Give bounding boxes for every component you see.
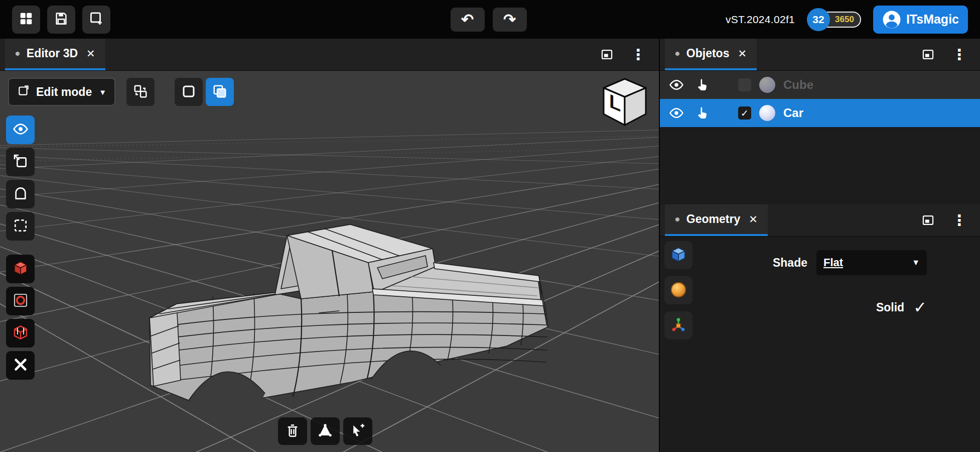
touch-hand-icon[interactable] [695,105,710,121]
side-panels: • Objetos ✕ ⋮ [659,39,980,452]
edit-mode-dropdown[interactable]: Edit mode ▼ [8,78,115,106]
tab-editor-3d[interactable]: • Editor 3D ✕ [5,39,105,70]
shade-label: Shade [773,256,807,270]
shade-dropdown[interactable]: Flat ▼ [816,250,927,275]
editor-tab-label: Editor 3D [27,47,78,60]
close-tab-icon[interactable]: ✕ [749,213,758,225]
topbar-right: vST.2024.02f1 3650 32 ITsMagic [726,6,968,34]
level-badge: 32 [807,8,830,31]
geometry-tabbar: • Geometry ✕ ⋮ [660,204,980,237]
edit-mode-arrow-icon: ▼ [99,88,106,96]
edit-mode-label: Edit mode [36,85,92,99]
material-section-button[interactable] [664,276,692,304]
redo-button[interactable]: ↷ [492,8,526,32]
layers-stack-icon [212,84,227,100]
shade-value: Flat [823,256,843,269]
delete-vertex-button[interactable] [6,319,35,348]
single-layer-button[interactable] [175,78,203,106]
delete-selection-button[interactable] [278,417,307,445]
close-tab-icon[interactable]: ✕ [738,48,747,60]
corner-select-icon [13,153,29,171]
popout-panel-icon[interactable] [600,48,614,61]
kebab-menu-icon[interactable]: ⋮ [631,47,646,62]
object-checkbox[interactable] [738,78,751,91]
orange-sphere-icon [669,281,687,300]
selection-tools [278,417,372,445]
objects-tabbar: • Objetos ✕ ⋮ [660,39,980,71]
objects-tab-label: Objetos [686,47,730,60]
objects-list: Cube ✓ Car [660,71,980,204]
viewport-3d[interactable]: Edit mode ▼ [0,71,659,452]
account-label: ITsMagic [906,12,959,27]
popout-panel-icon[interactable] [921,213,935,227]
apps-grid-icon [19,11,34,28]
tab-objetos[interactable]: • Objetos ✕ [665,39,757,70]
objects-panel: • Objetos ✕ ⋮ [660,39,980,204]
geometry-properties: Shade Flat ▼ Solid ✓ [697,241,980,452]
redo-icon: ↷ [503,12,516,27]
visibility-mode-button[interactable] [6,116,35,144]
save-button[interactable] [47,6,75,34]
undo-icon: ↶ [461,12,474,27]
geometry-section-strip [660,241,697,452]
kebab-menu-icon[interactable]: ⋮ [952,47,967,62]
layers-button[interactable] [206,78,234,106]
add-primitive-button[interactable] [311,417,340,445]
swap-mode-button[interactable] [126,78,155,106]
user-avatar-icon [882,10,901,29]
geometry-tabbar-actions: ⋮ [921,213,980,228]
arch-select-icon [13,185,29,203]
cursor-add-button[interactable] [343,417,372,445]
solid-label: Solid [876,301,904,314]
delete-face-button[interactable] [6,255,35,283]
objects-tabbar-actions: ⋮ [921,47,980,62]
editor-tabbar: • Editor 3D ✕ ⋮ [0,39,659,71]
face-select-button[interactable] [6,180,35,208]
history-actions: ↶ ↷ [450,8,526,32]
delete-edge-button[interactable] [6,287,35,315]
object-row-car[interactable]: ✓ Car [660,99,980,127]
blue-cube-icon [669,246,687,265]
duplicate-button[interactable] [82,6,110,34]
object-row-cube[interactable]: Cube [660,71,980,99]
box-select-button[interactable] [6,212,35,241]
edit-mode-icon [17,84,30,100]
prism-vertices-icon [318,423,333,439]
version-label: vST.2024.02f1 [726,14,795,26]
solid-checkbox[interactable]: ✓ [913,299,927,315]
geometry-panel: • Geometry ✕ ⋮ [660,204,980,452]
red-wire-cube-icon [13,324,29,342]
close-edit-button[interactable] [6,351,35,380]
visibility-eye-icon[interactable] [669,105,684,121]
square-outline-icon [181,84,196,100]
touch-hand-icon[interactable] [695,77,710,92]
close-x-icon [13,357,29,374]
topbar: ↶ ↷ vST.2024.02f1 3650 32 ITsMagic [0,0,980,39]
mesh-section-button[interactable] [664,241,692,269]
object-sphere-icon [759,77,775,93]
close-tab-icon[interactable]: ✕ [86,48,95,60]
apps-menu-button[interactable] [12,6,40,34]
duplicate-plus-icon [89,11,104,28]
popout-panel-icon[interactable] [921,48,935,61]
object-checkbox-checked[interactable]: ✓ [738,106,751,120]
visibility-eye-icon[interactable] [669,77,684,92]
tab-geometry[interactable]: • Geometry ✕ [665,204,768,236]
object-label: Car [783,106,803,120]
editor-tabbar-actions: ⋮ [600,47,659,62]
kebab-menu-icon[interactable]: ⋮ [952,213,967,228]
tools-divider [6,244,35,251]
app-window: ↶ ↷ vST.2024.02f1 3650 32 ITsMagic • Edi… [0,0,980,452]
gizmo-section-button[interactable] [664,311,692,340]
undo-button[interactable]: ↶ [450,8,484,32]
account-button[interactable]: ITsMagic [873,6,968,34]
object-sphere-icon [759,105,775,121]
orientation-cube[interactable]: L [600,75,650,128]
edit-tools-column [6,116,35,380]
level-coins-badge[interactable]: 3650 32 [807,8,861,32]
geometry-tab-label: Geometry [686,212,740,226]
save-icon [54,11,69,28]
axis-gizmo-icon [669,316,687,335]
select-mode-button[interactable] [6,148,35,176]
eye-icon [13,121,29,139]
